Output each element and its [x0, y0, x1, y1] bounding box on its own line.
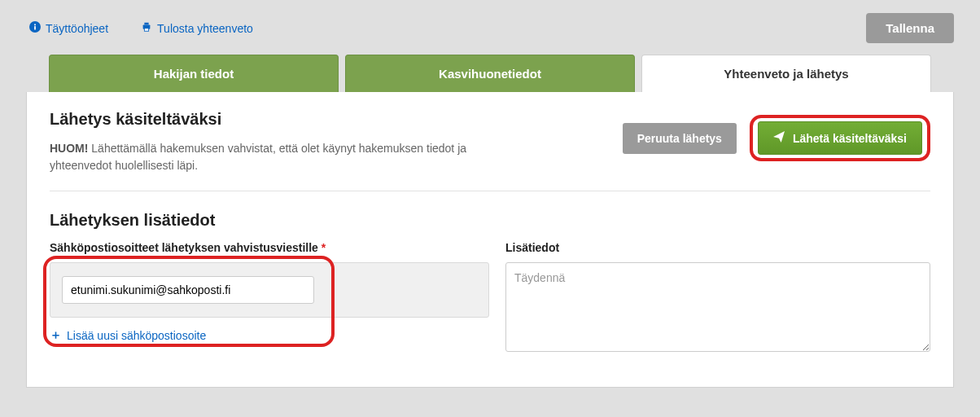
paper-plane-icon: [773, 131, 785, 145]
submit-button[interactable]: Lähetä käsiteltäväksi: [758, 121, 922, 155]
svg-rect-5: [144, 29, 148, 32]
instructions-link[interactable]: Täyttöohjeet: [29, 21, 108, 35]
svg-rect-4: [144, 23, 148, 25]
submit-note-text: Lähettämällä hakemuksen vahvistat, että …: [50, 142, 466, 172]
cancel-submit-button[interactable]: Peruuta lähetys: [623, 123, 737, 154]
tab-greenhouse-info[interactable]: Kasvihuonetiedot: [345, 55, 635, 92]
required-asterisk: *: [322, 241, 326, 254]
submit-heading: Lähetys käsiteltäväksi: [50, 110, 505, 129]
save-button[interactable]: Tallenna: [866, 13, 954, 43]
submit-button-label: Lähetä käsiteltäväksi: [793, 132, 907, 145]
submit-note: HUOM! Lähettämällä hakemuksen vahvistat,…: [50, 140, 505, 174]
details-heading: Lähetyksen lisätiedot: [50, 211, 930, 230]
info-icon: [29, 21, 41, 35]
print-summary-label: Tulosta yhteenveto: [157, 22, 253, 35]
add-email-label: Lisää uusi sähköpostiosoite: [67, 329, 206, 342]
extra-info-label: Lisätiedot: [505, 241, 930, 254]
email-list-container: [50, 262, 489, 318]
svg-rect-1: [34, 26, 36, 29]
submit-note-strong: HUOM!: [50, 142, 88, 155]
submit-button-highlight: Lähetä käsiteltäväksi: [750, 115, 930, 161]
instructions-label: Täyttöohjeet: [46, 22, 108, 35]
tab-summary-submit[interactable]: Yhteenveto ja lähetys: [641, 55, 931, 92]
tab-applicant-info[interactable]: Hakijan tiedot: [49, 55, 339, 92]
print-icon: [141, 21, 152, 35]
add-email-link[interactable]: ＋ Lisää uusi sähköpostiosoite: [50, 327, 206, 343]
email-field[interactable]: [62, 276, 314, 304]
plus-icon: ＋: [50, 327, 62, 343]
email-label: Sähköpostiosoitteet lähetyksen vahvistus…: [50, 241, 489, 254]
extra-info-textarea[interactable]: [505, 262, 930, 352]
svg-rect-2: [34, 24, 36, 26]
print-summary-link[interactable]: Tulosta yhteenveto: [141, 21, 253, 35]
